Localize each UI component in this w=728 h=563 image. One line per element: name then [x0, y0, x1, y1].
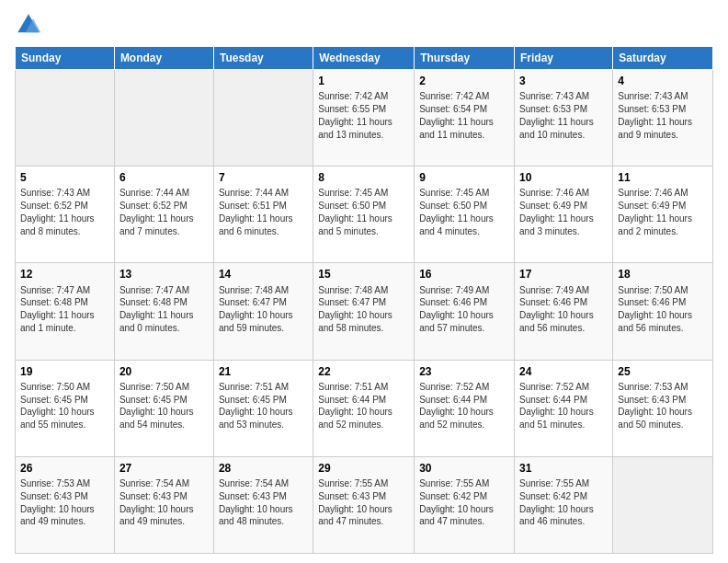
day-header-monday: Monday	[114, 47, 213, 70]
cell-text: Sunrise: 7:55 AM Sunset: 6:42 PM Dayligh…	[519, 477, 608, 528]
day-number: 29	[318, 461, 409, 476]
day-header-friday: Friday	[515, 47, 613, 70]
cell-text: Sunrise: 7:47 AM Sunset: 6:48 PM Dayligh…	[20, 284, 109, 335]
calendar: SundayMondayTuesdayWednesdayThursdayFrid…	[15, 46, 713, 554]
week-row-1: 1Sunrise: 7:42 AM Sunset: 6:55 PM Daylig…	[16, 70, 713, 167]
calendar-cell: 5Sunrise: 7:43 AM Sunset: 6:52 PM Daylig…	[16, 167, 115, 263]
day-number: 5	[20, 170, 109, 185]
header-row: SundayMondayTuesdayWednesdayThursdayFrid…	[16, 47, 713, 70]
calendar-cell: 10Sunrise: 7:46 AM Sunset: 6:49 PM Dayli…	[515, 167, 613, 263]
calendar-cell: 18Sunrise: 7:50 AM Sunset: 6:46 PM Dayli…	[613, 263, 713, 360]
calendar-cell: 29Sunrise: 7:55 AM Sunset: 6:43 PM Dayli…	[313, 456, 415, 553]
calendar-cell: 21Sunrise: 7:51 AM Sunset: 6:45 PM Dayli…	[213, 360, 313, 456]
calendar-header: SundayMondayTuesdayWednesdayThursdayFrid…	[16, 47, 713, 70]
calendar-cell	[114, 70, 213, 167]
cell-text: Sunrise: 7:46 AM Sunset: 6:49 PM Dayligh…	[519, 187, 608, 237]
logo-icon	[15, 11, 42, 39]
calendar-cell	[16, 70, 115, 167]
day-number: 1	[318, 74, 409, 88]
cell-text: Sunrise: 7:42 AM Sunset: 6:54 PM Dayligh…	[419, 90, 509, 141]
day-number: 9	[419, 170, 509, 185]
day-number: 16	[419, 267, 509, 282]
cell-text: Sunrise: 7:48 AM Sunset: 6:47 PM Dayligh…	[318, 284, 409, 335]
cell-text: Sunrise: 7:46 AM Sunset: 6:49 PM Dayligh…	[618, 187, 708, 237]
day-number: 31	[519, 461, 608, 476]
calendar-cell: 27Sunrise: 7:54 AM Sunset: 6:43 PM Dayli…	[114, 456, 213, 553]
calendar-cell: 20Sunrise: 7:50 AM Sunset: 6:45 PM Dayli…	[114, 360, 213, 456]
day-number: 28	[219, 461, 308, 476]
day-number: 21	[219, 364, 308, 379]
cell-text: Sunrise: 7:50 AM Sunset: 6:46 PM Dayligh…	[618, 284, 708, 335]
day-header-saturday: Saturday	[613, 47, 713, 70]
week-row-2: 5Sunrise: 7:43 AM Sunset: 6:52 PM Daylig…	[16, 167, 713, 263]
day-number: 25	[618, 364, 708, 379]
calendar-cell: 24Sunrise: 7:52 AM Sunset: 6:44 PM Dayli…	[515, 360, 613, 456]
calendar-cell: 11Sunrise: 7:46 AM Sunset: 6:49 PM Dayli…	[613, 167, 713, 263]
day-number: 8	[318, 170, 409, 185]
calendar-cell: 30Sunrise: 7:55 AM Sunset: 6:42 PM Dayli…	[415, 456, 515, 553]
day-number: 7	[219, 170, 308, 185]
week-row-3: 12Sunrise: 7:47 AM Sunset: 6:48 PM Dayli…	[16, 263, 713, 360]
cell-text: Sunrise: 7:50 AM Sunset: 6:45 PM Dayligh…	[119, 381, 209, 431]
cell-text: Sunrise: 7:52 AM Sunset: 6:44 PM Dayligh…	[419, 381, 509, 431]
day-number: 13	[119, 267, 209, 282]
calendar-cell: 15Sunrise: 7:48 AM Sunset: 6:47 PM Dayli…	[313, 263, 415, 360]
day-number: 22	[318, 364, 409, 379]
day-number: 17	[519, 267, 608, 282]
day-number: 4	[618, 74, 708, 88]
day-header-tuesday: Tuesday	[213, 47, 313, 70]
calendar-cell: 6Sunrise: 7:44 AM Sunset: 6:52 PM Daylig…	[114, 167, 213, 263]
page: SundayMondayTuesdayWednesdayThursdayFrid…	[0, 0, 728, 563]
cell-text: Sunrise: 7:52 AM Sunset: 6:44 PM Dayligh…	[519, 381, 608, 431]
day-number: 10	[519, 170, 608, 185]
calendar-cell: 4Sunrise: 7:43 AM Sunset: 6:53 PM Daylig…	[613, 70, 713, 167]
day-number: 6	[119, 170, 209, 185]
calendar-cell: 14Sunrise: 7:48 AM Sunset: 6:47 PM Dayli…	[213, 263, 313, 360]
day-header-thursday: Thursday	[415, 47, 515, 70]
day-number: 3	[519, 74, 608, 88]
cell-text: Sunrise: 7:47 AM Sunset: 6:48 PM Dayligh…	[119, 284, 209, 335]
calendar-cell: 8Sunrise: 7:45 AM Sunset: 6:50 PM Daylig…	[313, 167, 415, 263]
calendar-cell: 9Sunrise: 7:45 AM Sunset: 6:50 PM Daylig…	[415, 167, 515, 263]
calendar-cell: 25Sunrise: 7:53 AM Sunset: 6:43 PM Dayli…	[613, 360, 713, 456]
day-number: 14	[219, 267, 308, 282]
cell-text: Sunrise: 7:54 AM Sunset: 6:43 PM Dayligh…	[219, 477, 308, 528]
cell-text: Sunrise: 7:55 AM Sunset: 6:43 PM Dayligh…	[318, 477, 409, 528]
calendar-cell: 23Sunrise: 7:52 AM Sunset: 6:44 PM Dayli…	[415, 360, 515, 456]
day-number: 2	[419, 74, 509, 88]
cell-text: Sunrise: 7:50 AM Sunset: 6:45 PM Dayligh…	[20, 381, 109, 431]
calendar-cell: 28Sunrise: 7:54 AM Sunset: 6:43 PM Dayli…	[213, 456, 313, 553]
calendar-cell: 12Sunrise: 7:47 AM Sunset: 6:48 PM Dayli…	[16, 263, 115, 360]
cell-text: Sunrise: 7:43 AM Sunset: 6:52 PM Dayligh…	[20, 187, 109, 237]
cell-text: Sunrise: 7:49 AM Sunset: 6:46 PM Dayligh…	[419, 284, 509, 335]
cell-text: Sunrise: 7:43 AM Sunset: 6:53 PM Dayligh…	[618, 90, 708, 141]
day-number: 24	[519, 364, 608, 379]
calendar-cell: 13Sunrise: 7:47 AM Sunset: 6:48 PM Dayli…	[114, 263, 213, 360]
calendar-cell: 26Sunrise: 7:53 AM Sunset: 6:43 PM Dayli…	[16, 456, 115, 553]
week-row-4: 19Sunrise: 7:50 AM Sunset: 6:45 PM Dayli…	[16, 360, 713, 456]
day-number: 19	[20, 364, 109, 379]
cell-text: Sunrise: 7:54 AM Sunset: 6:43 PM Dayligh…	[119, 477, 209, 528]
calendar-cell	[613, 456, 713, 553]
cell-text: Sunrise: 7:43 AM Sunset: 6:53 PM Dayligh…	[519, 90, 608, 141]
day-number: 12	[20, 267, 109, 282]
cell-text: Sunrise: 7:45 AM Sunset: 6:50 PM Dayligh…	[318, 187, 409, 237]
cell-text: Sunrise: 7:44 AM Sunset: 6:52 PM Dayligh…	[119, 187, 209, 237]
day-number: 20	[119, 364, 209, 379]
calendar-cell: 31Sunrise: 7:55 AM Sunset: 6:42 PM Dayli…	[515, 456, 613, 553]
calendar-cell: 22Sunrise: 7:51 AM Sunset: 6:44 PM Dayli…	[313, 360, 415, 456]
cell-text: Sunrise: 7:51 AM Sunset: 6:45 PM Dayligh…	[219, 381, 308, 431]
day-number: 30	[419, 461, 509, 476]
day-number: 27	[119, 461, 209, 476]
cell-text: Sunrise: 7:44 AM Sunset: 6:51 PM Dayligh…	[219, 187, 308, 237]
day-number: 18	[618, 267, 708, 282]
calendar-body: 1Sunrise: 7:42 AM Sunset: 6:55 PM Daylig…	[16, 70, 713, 554]
header	[15, 11, 713, 39]
cell-text: Sunrise: 7:51 AM Sunset: 6:44 PM Dayligh…	[318, 381, 409, 431]
cell-text: Sunrise: 7:48 AM Sunset: 6:47 PM Dayligh…	[219, 284, 308, 335]
day-header-sunday: Sunday	[16, 47, 115, 70]
logo	[15, 11, 46, 39]
cell-text: Sunrise: 7:55 AM Sunset: 6:42 PM Dayligh…	[419, 477, 509, 528]
week-row-5: 26Sunrise: 7:53 AM Sunset: 6:43 PM Dayli…	[16, 456, 713, 553]
calendar-cell: 3Sunrise: 7:43 AM Sunset: 6:53 PM Daylig…	[515, 70, 613, 167]
